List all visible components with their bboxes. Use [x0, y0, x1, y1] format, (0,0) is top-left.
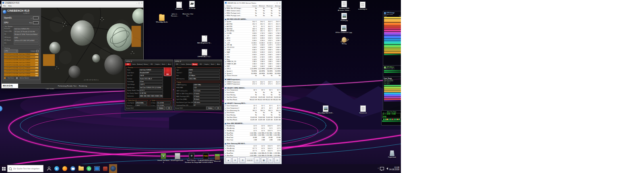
- ok-button[interactable]: OK: [166, 107, 172, 109]
- desktop-icon[interactable]: Notizen.txt: [356, 105, 370, 114]
- desktop-icon[interactable]: LIEFERZACO 5,2...: [197, 49, 212, 58]
- cpuz-footer: Version 1.80.2 Validate OK: [174, 106, 222, 110]
- tray-date: 04.08.2018: [389, 169, 399, 171]
- desktop-icon[interactable]: Mixing: [336, 37, 352, 45]
- tab[interactable]: CPU: [174, 63, 180, 66]
- maximize-icon[interactable]: ▢: [277, 2, 278, 4]
- sensor-icon: [225, 137, 226, 138]
- desktop-icon[interactable]: Blümchen 10er Pa...: [181, 13, 195, 17]
- clock-gadget[interactable]: Max Core Temp 1:28:58 PM: [381, 110, 401, 126]
- start-button[interactable]: [0, 164, 7, 173]
- cpuz-titlebar[interactable]: CPU-Z✕: [125, 60, 173, 63]
- ranking-row[interactable]: 9. 10C/20T @ 3.00 GHz, Intel Core i7-695…: [4, 75, 39, 76]
- tray-chevron-icon[interactable]: ^: [378, 167, 379, 170]
- desktop-icon[interactable]: 8200PluginPendr...: [171, 153, 184, 162]
- scroll-down-button[interactable]: ▼: [232, 157, 238, 163]
- tab[interactable]: About: [216, 63, 222, 66]
- ranking-row[interactable]: 1. 10C/20T @ 3.00 GHz, Intel Core i7-695…: [4, 53, 39, 56]
- desktop-icon[interactable]: ⊕Tom Clancy's Rainbow Six Siege: [184, 153, 199, 163]
- close-icon[interactable]: ✕: [170, 60, 172, 62]
- tab[interactable]: CPU: [125, 63, 131, 66]
- desktop-icon[interactable]: Minecraft: [211, 154, 224, 163]
- tab[interactable]: Memory: [192, 63, 198, 66]
- sensor-icon: [225, 126, 226, 126]
- taskbar-app-firefox[interactable]: [61, 164, 69, 173]
- tab[interactable]: About: [167, 63, 173, 66]
- ranking-row[interactable]: 5. 10C/20T @ 3.00 GHz, Intel Core i7-695…: [4, 64, 39, 66]
- taskbar-app-explorer[interactable]: [77, 164, 85, 173]
- cpu-run-button[interactable]: [33, 21, 39, 24]
- tab[interactable]: Mainboard: [186, 63, 192, 66]
- taskbar-app-whatsapp[interactable]: [85, 164, 93, 173]
- close-icon[interactable]: ✕: [279, 2, 281, 4]
- active-app-icon: [110, 166, 116, 171]
- maximize-icon[interactable]: ▢: [138, 2, 140, 4]
- desktop-icon[interactable]: WhatsApp Audio: [155, 14, 168, 23]
- sensor-icon: [225, 33, 226, 34]
- tab[interactable]: SPD: [198, 63, 204, 66]
- settings-button[interactable]: ⚙: [239, 157, 246, 163]
- close-sensors-button[interactable]: ✕: [274, 157, 280, 163]
- clock-button[interactable]: ◷: [254, 157, 260, 163]
- desktop-icon[interactable]: WhatsApp Bild 2018...: [317, 105, 334, 114]
- desktop-icon[interactable]: Windows KMS Activator Ultima...: [336, 1, 352, 11]
- minimize-icon[interactable]: –: [136, 2, 137, 4]
- desktop-icon[interactable]: JVJV Setup: [186, 1, 198, 10]
- tab[interactable]: Mainboard: [137, 63, 143, 66]
- tab[interactable]: Caches: [180, 63, 186, 66]
- ranking-row[interactable]: 8. 10C/20T @ 3.00 GHz, Intel Core i7-695…: [4, 72, 39, 75]
- menu-item[interactable]: File: [3, 5, 6, 7]
- scroll-up-button[interactable]: ▲: [225, 157, 231, 163]
- desktop-icon[interactable]: Plusnet.de: [173, 2, 185, 10]
- reset-button[interactable]: ↻: [268, 157, 274, 163]
- volume-icon[interactable]: [385, 167, 388, 170]
- tab[interactable]: Graphics: [155, 63, 161, 66]
- close-icon[interactable]: ✕: [141, 2, 142, 4]
- desktop-icon[interactable]: makerlog.txt: [356, 2, 369, 10]
- network-icon[interactable]: [380, 167, 384, 170]
- desktop-icon[interactable]: Papierkorb: [385, 150, 399, 159]
- minimize-icon[interactable]: –: [275, 2, 275, 4]
- gpu-meter-gadget[interactable]: GPU Meter GeForce GTX 1080 Ti: [383, 65, 401, 78]
- compare-checkbox[interactable]: [36, 50, 39, 52]
- validate-button[interactable]: Validate: [157, 107, 165, 109]
- desktop-icon[interactable]: adnic.tv - Recover...: [168, 13, 181, 17]
- taskbar-app-thunderbird[interactable]: [69, 164, 77, 173]
- cpu-meter-gadget[interactable]: CPU Usage Intel Core i7-6950X UsageTemp: [383, 11, 401, 66]
- taskbar-app-red[interactable]: [101, 164, 109, 173]
- sensor-icon: [225, 52, 226, 53]
- opengl-run-button[interactable]: [33, 16, 39, 19]
- layout-button[interactable]: ▦: [261, 157, 267, 163]
- tab[interactable]: Caches: [131, 63, 137, 66]
- desktop-icon[interactable]: 6950x Cinebench 5.jpg: [333, 25, 354, 34]
- desktop-icon[interactable]: VGrand Theft Auto V: [157, 153, 170, 163]
- taskbar-app-edge[interactable]: e: [53, 164, 61, 173]
- ranking-row[interactable]: 3. 10C/20T @ 3.00 GHz, Intel Core i7-695…: [4, 59, 39, 61]
- task-view-button[interactable]: [45, 164, 53, 173]
- ok-button[interactable]: OK: [215, 107, 221, 109]
- ranking-filter-dropdown[interactable]: CPU▼: [4, 49, 18, 53]
- desktop-icon[interactable]: 8700k.jpg: [336, 13, 352, 22]
- taskbar-app-store[interactable]: [93, 164, 101, 173]
- ranking-row[interactable]: 6. 10C/20T @ 3.00 GHz, Intel Core i7-695…: [4, 67, 39, 69]
- tray-clock[interactable]: 13:28 04.08.2018: [389, 167, 399, 171]
- close-icon[interactable]: ✕: [219, 60, 221, 62]
- tab[interactable]: Memory: [143, 63, 149, 66]
- tab[interactable]: SPD: [149, 63, 155, 66]
- hwinfo-titlebar[interactable]: HWiNFO64 v5.72-3355 Sensor Status –▢✕: [224, 1, 281, 5]
- taskbar-search[interactable]: [7, 165, 43, 172]
- desktop-icon[interactable]: BAG Angebote.Se...: [197, 35, 212, 44]
- ranking-row[interactable]: 4. 10C/20T @ 3.00 GHz, Intel Core i7-695…: [4, 61, 39, 64]
- menu-item[interactable]: Help: [8, 5, 11, 7]
- tab[interactable]: Graphics: [204, 63, 210, 66]
- ranking-row[interactable]: 2. 10C/20T @ 3.00 GHz, Intel Core i7-695…: [4, 56, 39, 58]
- tab[interactable]: Bench: [210, 63, 216, 66]
- cpuz-titlebar[interactable]: CPU-Z✕: [174, 60, 222, 63]
- search-input[interactable]: [12, 167, 42, 170]
- taskbar-app-active[interactable]: [109, 164, 117, 173]
- validate-button[interactable]: Validate: [206, 107, 215, 109]
- cinebench-titlebar[interactable]: CINEBENCH R15 –▢✕: [2, 1, 143, 4]
- core-temp-gadget[interactable]: Core Temp Intel Core i7 6950XClock: 4294…: [383, 76, 401, 111]
- ranking-row[interactable]: 7. 10C/20T @ 3.00 GHz, Intel Core i7-695…: [4, 70, 39, 72]
- tab[interactable]: Bench: [161, 63, 167, 66]
